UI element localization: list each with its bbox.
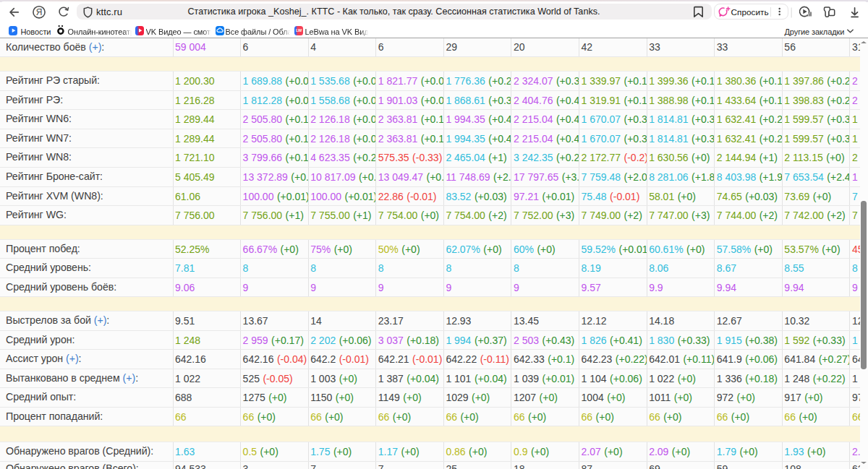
svg-text:Я: Я	[36, 7, 43, 17]
